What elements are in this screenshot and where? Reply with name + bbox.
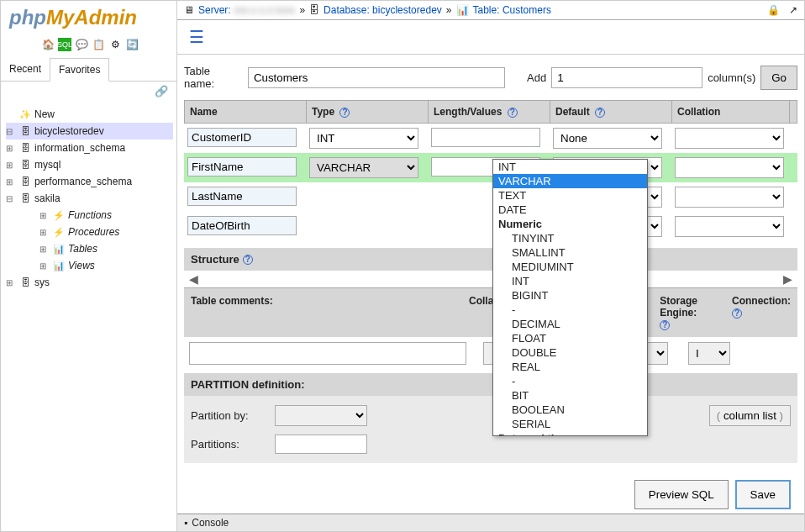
page-settings-icon[interactable]: ↗: [789, 4, 797, 16]
col-name-input[interactable]: [187, 157, 297, 176]
tree-db-mysql[interactable]: ⊞🗄mysql: [6, 156, 173, 173]
dd-option[interactable]: DECIMAL: [493, 317, 647, 331]
tree-db-performance-schema[interactable]: ⊞🗄performance_schema: [6, 173, 173, 190]
breadcrumb-database[interactable]: Database: bicyclestoredev: [324, 4, 442, 16]
tree-procedures[interactable]: ⊞⚡Procedures: [6, 224, 173, 240]
database-icon: 🗄: [309, 4, 319, 16]
dd-option[interactable]: INT: [493, 274, 647, 288]
dd-option[interactable]: SMALLINT: [493, 245, 647, 260]
dd-option-text[interactable]: TEXT: [493, 188, 647, 203]
tree-db-bicyclestoredev[interactable]: ⊟🗄bicyclestoredev: [6, 123, 173, 140]
dd-option[interactable]: FLOAT: [493, 331, 647, 345]
home-icon[interactable]: 🏠: [41, 38, 55, 51]
col-collation-select[interactable]: [675, 128, 784, 149]
hdr-length: Length/Values ?: [429, 101, 550, 123]
help-icon[interactable]: ?: [595, 108, 605, 118]
console-bar[interactable]: ▪ Console: [177, 514, 804, 531]
scroll-indicator[interactable]: ◀▶: [184, 271, 797, 287]
dd-option[interactable]: -: [493, 303, 647, 317]
tree-new[interactable]: ✨New: [6, 106, 173, 123]
go-button[interactable]: Go: [760, 66, 797, 90]
server-icon: 🖥: [184, 4, 194, 16]
lock-icon[interactable]: 🔒: [767, 4, 780, 16]
comments-header: Table comments: Collation: Storage Engin…: [184, 287, 797, 337]
help-icon[interactable]: ?: [339, 108, 350, 118]
save-button[interactable]: Save: [735, 480, 791, 509]
dd-option-varchar[interactable]: VARCHAR: [493, 174, 647, 188]
sidebar: phpMyAdmin 🏠 SQL 💬 📋 ⚙ 🔄 Recent Favorite…: [1, 1, 177, 531]
tree-functions[interactable]: ⊞⚡Functions: [6, 207, 173, 224]
tree-tables[interactable]: ⊞📊Tables: [6, 240, 173, 257]
partition-by-label: Partition by:: [191, 409, 266, 422]
hdr-default: Default ?: [550, 101, 672, 123]
add-columns-input[interactable]: [551, 67, 702, 88]
dd-option-int[interactable]: INT: [493, 160, 647, 174]
comments-label: Table comments:: [184, 288, 462, 337]
structure-header: Structure ?: [184, 248, 797, 271]
col-default-select[interactable]: None: [553, 128, 662, 149]
col-length-input[interactable]: [431, 128, 540, 147]
dd-option[interactable]: TINYINT: [493, 231, 647, 245]
logo[interactable]: phpMyAdmin: [1, 1, 176, 34]
tab-favorites[interactable]: Favorites: [50, 58, 109, 82]
help-icon[interactable]: ?: [660, 320, 670, 330]
docs-icon[interactable]: 📋: [92, 38, 105, 51]
console-label: Console: [192, 517, 229, 529]
col-name-input[interactable]: [187, 128, 297, 147]
col-collation-select[interactable]: [675, 157, 784, 178]
col-type-select[interactable]: VARCHAR: [309, 157, 418, 178]
status-icon[interactable]: 💬: [75, 38, 88, 51]
sidebar-tabs: Recent Favorites: [1, 58, 176, 82]
dd-option[interactable]: BOOLEAN: [493, 403, 647, 417]
column-row: None: [184, 182, 797, 212]
column-list-button[interactable]: ( column list ): [709, 405, 791, 426]
comments-fields: I: [184, 337, 797, 370]
partition-by-select[interactable]: [275, 405, 367, 426]
help-icon[interactable]: ?: [732, 308, 742, 319]
tree-db-sakila[interactable]: ⊟🗄sakila: [6, 190, 173, 207]
link-icon[interactable]: 🔗: [1, 82, 176, 101]
col-name-input[interactable]: [187, 187, 297, 206]
tree-db-information-schema[interactable]: ⊞🗄information_schema: [6, 140, 173, 156]
dd-option[interactable]: DOUBLE: [493, 345, 647, 360]
col-collation-select[interactable]: [675, 187, 784, 208]
tree-views[interactable]: ⊞📊Views: [6, 257, 173, 274]
help-icon[interactable]: ?: [243, 255, 253, 265]
hdr-name: Name: [185, 101, 307, 123]
hamburger-menu-icon[interactable]: ☰: [177, 20, 804, 54]
help-icon[interactable]: ?: [508, 108, 518, 118]
tree-db-sys[interactable]: ⊞🗄sys: [6, 274, 173, 291]
dd-option[interactable]: BIT: [493, 388, 647, 403]
refresh-icon[interactable]: 🔄: [125, 38, 139, 51]
breadcrumb-server[interactable]: Server: xxx.x.x.x:xxxx: [198, 4, 295, 16]
dd-option-date[interactable]: DATE: [493, 203, 647, 217]
sql-icon[interactable]: SQL: [58, 38, 71, 51]
settings-icon[interactable]: ⚙: [108, 38, 122, 51]
dd-option[interactable]: MEDIUMINT: [493, 260, 647, 274]
preview-sql-button[interactable]: Preview SQL: [634, 480, 729, 509]
type-dropdown: INT VARCHAR TEXT DATE Numeric TINYINT SM…: [492, 159, 648, 436]
col-collation-select[interactable]: [675, 216, 784, 237]
partitions-label: Partitions:: [191, 438, 266, 450]
col-name-input[interactable]: [187, 216, 297, 235]
main-panel: 🖥 Server: xxx.x.x.x:xxxx » 🗄 Database: b…: [177, 1, 804, 531]
dd-option[interactable]: SERIAL: [493, 417, 647, 431]
columns-label: column(s): [708, 71, 755, 84]
breadcrumb-table[interactable]: Table: Customers: [473, 4, 551, 16]
console-icon: ▪: [184, 517, 187, 529]
comments-input[interactable]: [189, 342, 466, 365]
dd-option[interactable]: REAL: [493, 360, 647, 374]
col-type-select[interactable]: INT: [309, 128, 418, 149]
table-icon: 📊: [456, 4, 469, 16]
partitions-input[interactable]: [275, 435, 367, 454]
tablename-row: Table name: Add column(s) Go: [184, 58, 797, 100]
tab-recent[interactable]: Recent: [1, 58, 50, 81]
tablename-input[interactable]: [248, 67, 505, 88]
breadcrumb: 🖥 Server: xxx.x.x.x:xxxx » 🗄 Database: b…: [177, 1, 804, 20]
partition-header: PARTITION definition:: [184, 373, 797, 396]
dd-option[interactable]: -: [493, 374, 647, 388]
add-label: Add: [527, 71, 546, 84]
column-row: None: [184, 212, 797, 241]
engine-select[interactable]: I: [688, 342, 730, 365]
dd-option[interactable]: BIGINT: [493, 288, 647, 303]
